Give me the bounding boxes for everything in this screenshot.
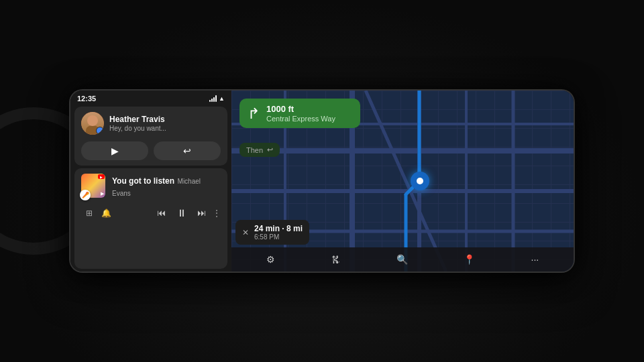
google-mic-icon: 🎤 [80, 190, 91, 200]
status-icons: ▲ [209, 95, 225, 102]
prev-track-button[interactable]: ⏮ [153, 205, 170, 221]
android-auto-screen: 12:35 ▲ Heather Travis Hey, do you want.… [70, 90, 574, 272]
navigation-card: ↱ 1000 ft Central Express Way [239, 99, 360, 128]
music-controls-row: ⊞ 🔔 ⏮ ⏸ ⏭ ⋮ [81, 204, 221, 221]
then-arrow-icon: ↩ [267, 145, 273, 154]
apps-grid-icon[interactable]: ⊞ [81, 205, 97, 221]
next-track-button[interactable]: ⏭ [193, 205, 210, 221]
message-badge [96, 127, 104, 135]
play-message-button[interactable]: ▶ [81, 141, 148, 160]
message-header: Heather Travis Hey, do you want... [81, 112, 221, 135]
reply-message-button[interactable]: ↩ [154, 141, 221, 160]
youtube-badge [98, 174, 105, 179]
pin-inner-circle [417, 178, 423, 184]
location-button[interactable]: 📍 [458, 251, 480, 267]
eta-duration: 24 min · 8 mi [254, 224, 303, 233]
map-panel: ↱ 1000 ft Central Express Way Then ↩ ✕ 2… [231, 90, 574, 272]
location-pin [411, 172, 429, 190]
eta-details: 24 min · 8 mi 6:58 PM [254, 224, 303, 241]
mic-symbol: 🎤 [82, 192, 89, 198]
bell-icon[interactable]: 🔔 [101, 208, 111, 218]
left-panel: 12:35 ▲ Heather Travis Hey, do you want.… [70, 90, 231, 272]
signal-icon [209, 95, 217, 102]
more-options-icon[interactable]: ⋮ [213, 208, 221, 218]
settings-button[interactable]: ⚙ [261, 251, 280, 267]
search-button[interactable]: 🔍 [391, 251, 413, 267]
music-card: 🎤 You got to listen Michael Evans ⊞ 🔔 ⏮ … [74, 168, 227, 269]
more-button[interactable]: ··· [526, 251, 545, 267]
message-info: Heather Travis Hey, do you want... [109, 115, 166, 132]
avatar [81, 112, 104, 135]
nav-street: Central Express Way [266, 115, 335, 123]
then-instruction-card: Then ↩ [239, 143, 280, 157]
then-label: Then [246, 146, 263, 154]
eta-card: ✕ 24 min · 8 mi 6:58 PM [235, 220, 309, 245]
contact-name: Heather Travis [109, 115, 166, 124]
play-pause-button[interactable]: ⏸ [172, 204, 191, 221]
close-eta-button[interactable]: ✕ [242, 228, 249, 237]
nav-distance: 1000 ft [266, 104, 335, 114]
message-actions: ▶ ↩ [81, 141, 221, 160]
eta-arrival-time: 6:58 PM [254, 233, 303, 241]
song-title: You got to listen [112, 176, 174, 186]
nav-details: 1000 ft Central Express Way [266, 104, 335, 123]
route-options-button[interactable]: ⛕ [325, 251, 345, 267]
pin-outer-circle [411, 172, 429, 190]
clock: 12:35 [77, 95, 96, 103]
music-info-row: 🎤 You got to listen Michael Evans [81, 174, 221, 199]
music-details: You got to listen Michael Evans [112, 174, 221, 198]
music-playback-controls: ⏮ ⏸ ⏭ ⋮ [153, 204, 221, 221]
message-card: Heather Travis Hey, do you want... ▶ ↩ [74, 107, 227, 166]
status-bar: 12:35 ▲ [70, 90, 231, 105]
message-preview: Hey, do you want... [109, 125, 166, 132]
album-art-container: 🎤 [81, 174, 107, 199]
turn-arrow-icon: ↱ [248, 105, 260, 123]
left-controls: ⊞ 🔔 [81, 205, 111, 221]
wifi-icon: ▲ [219, 95, 225, 102]
map-bottom-bar: ⚙ ⛕ 🔍 📍 ··· [231, 247, 574, 272]
